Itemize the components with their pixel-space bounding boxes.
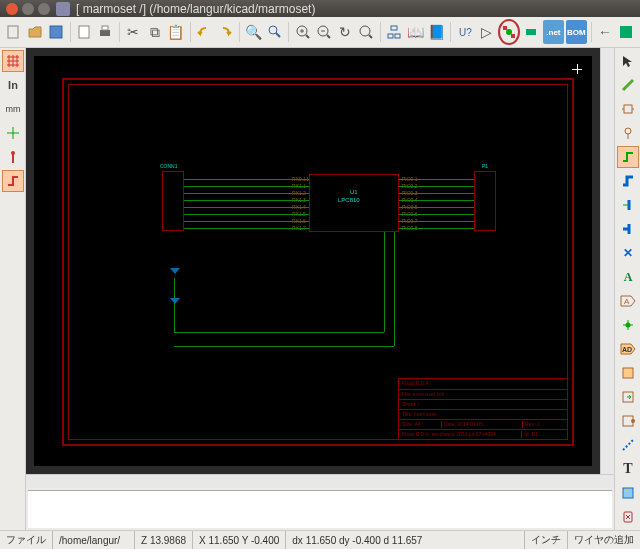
cursor-tool[interactable] <box>617 50 639 72</box>
svg-rect-21 <box>503 26 507 30</box>
connector-left <box>162 171 184 231</box>
place-image-tool[interactable] <box>617 482 639 504</box>
highlight-net-tool[interactable] <box>617 74 639 96</box>
place-hierlabel-tool[interactable]: AD <box>617 338 639 360</box>
copy-button[interactable]: ⧉ <box>145 20 164 44</box>
tb-file: File: marmoset.sch <box>402 391 444 397</box>
place-bus2bus-tool[interactable] <box>617 218 639 240</box>
wire <box>184 200 309 201</box>
svg-rect-17 <box>388 34 393 38</box>
titleblock: Kicad E.D.A. File: marmoset.sch Sheet: /… <box>398 378 568 440</box>
place-junction-tool[interactable] <box>617 314 639 336</box>
wire <box>184 193 309 194</box>
close-button[interactable] <box>6 3 18 15</box>
cvpcb-button[interactable] <box>498 19 520 45</box>
svg-line-54 <box>623 440 633 450</box>
delete-tool[interactable] <box>617 506 639 528</box>
hierarchy-button[interactable] <box>385 20 404 44</box>
wire <box>174 346 394 347</box>
svg-point-39 <box>625 128 631 134</box>
library-editor-button[interactable]: 📘 <box>427 20 446 44</box>
grid-toggle[interactable] <box>2 50 24 72</box>
place-component-tool[interactable] <box>617 98 639 120</box>
conn-right-ref: P1 <box>482 163 488 169</box>
vertical-scrollbar[interactable] <box>600 48 614 474</box>
svg-rect-16 <box>391 26 397 30</box>
place-line-tool[interactable] <box>617 434 639 456</box>
svg-point-5 <box>269 26 277 34</box>
import-hierlabel-tool[interactable] <box>617 386 639 408</box>
bus-direction-button[interactable] <box>2 170 24 192</box>
svg-rect-22 <box>511 34 515 38</box>
left-toolbar: In mm <box>0 48 26 530</box>
page-settings-button[interactable] <box>75 20 94 44</box>
horizontal-scrollbar[interactable] <box>26 474 614 488</box>
power-symbol <box>170 268 180 278</box>
svg-text:AD: AD <box>622 346 632 353</box>
undo-button[interactable] <box>194 20 213 44</box>
right-toolbar: ✕ A A AD T <box>614 48 640 530</box>
schematic-canvas[interactable]: CONN1 P1 U1 LPC810 RX0.11 RX1.1 RX1.2 RX… <box>26 48 600 474</box>
units-mm-button[interactable]: mm <box>2 98 24 120</box>
place-globallabel-tool[interactable]: A <box>617 290 639 312</box>
units-inch-button[interactable]: In <box>2 74 24 96</box>
zoom-out-button[interactable] <box>314 20 333 44</box>
place-noconnect-tool[interactable]: ✕ <box>617 242 639 264</box>
zoom-redraw-button[interactable]: ↻ <box>335 20 354 44</box>
svg-rect-2 <box>79 26 89 38</box>
place-text-tool[interactable]: T <box>617 458 639 480</box>
svg-rect-4 <box>102 26 108 30</box>
redo-button[interactable] <box>216 20 235 44</box>
paste-button[interactable]: 📋 <box>166 20 185 44</box>
wire <box>399 207 474 208</box>
svg-rect-23 <box>526 29 536 35</box>
save-button[interactable] <box>47 20 66 44</box>
bom-button[interactable]: BOM <box>566 20 587 44</box>
status-unit: インチ <box>525 531 568 549</box>
zoom-in-button[interactable] <box>293 20 312 44</box>
svg-point-14 <box>360 26 370 36</box>
place-netlabel-tool[interactable]: A <box>617 266 639 288</box>
status-file-label: ファイル <box>0 531 53 549</box>
footprint-button[interactable] <box>522 20 541 44</box>
svg-rect-55 <box>623 488 633 498</box>
wire <box>399 228 474 229</box>
status-xy: X 11.650 Y -0.400 <box>193 531 286 549</box>
place-bus-tool[interactable] <box>617 170 639 192</box>
wire <box>399 186 474 187</box>
hidden-pins-button[interactable] <box>2 146 24 168</box>
status-dxy: dx 11.650 dy -0.400 d 11.657 <box>286 531 525 549</box>
zoom-fit-button[interactable] <box>357 20 376 44</box>
pcbnew-button[interactable] <box>617 20 636 44</box>
erc-button[interactable]: ▷ <box>476 20 495 44</box>
cut-button[interactable]: ✂ <box>124 20 143 44</box>
place-hiersheet-tool[interactable] <box>617 362 639 384</box>
wire <box>184 179 309 180</box>
svg-rect-1 <box>50 26 62 38</box>
place-hierpin-tool[interactable] <box>617 410 639 432</box>
wire <box>184 214 309 215</box>
minimize-button[interactable] <box>22 3 34 15</box>
svg-line-6 <box>276 33 280 37</box>
wire <box>184 186 309 187</box>
maximize-button[interactable] <box>38 3 50 15</box>
tb-sheet: Sheet: / <box>402 401 419 407</box>
find-replace-button[interactable] <box>265 20 284 44</box>
open-button[interactable] <box>25 20 44 44</box>
tb-app: Kicad E.D.A. <box>402 380 430 386</box>
conn-left-ref: CONN1 <box>160 163 178 169</box>
netlist-button[interactable]: .net <box>543 20 564 44</box>
annotate-button[interactable]: U? <box>455 20 474 44</box>
cursor-shape-button[interactable] <box>2 122 24 144</box>
new-button[interactable] <box>4 20 23 44</box>
wire <box>384 232 385 332</box>
place-power-tool[interactable] <box>617 122 639 144</box>
backannotate-button[interactable]: ← <box>595 20 614 44</box>
place-wire-tool[interactable] <box>617 146 639 168</box>
wire <box>399 193 474 194</box>
find-button[interactable]: 🔍 <box>244 20 263 44</box>
place-wire2bus-tool[interactable] <box>617 194 639 216</box>
print-button[interactable] <box>96 20 115 44</box>
svg-line-12 <box>327 35 330 38</box>
library-browser-button[interactable]: 📖 <box>406 20 425 44</box>
